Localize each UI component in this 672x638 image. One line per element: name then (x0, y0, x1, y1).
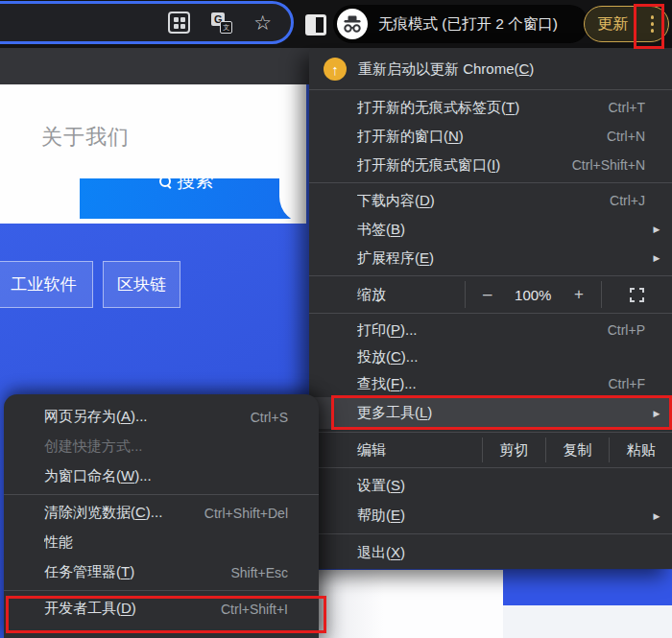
menu-item-shortcut: Ctrl+Shift+Del (204, 506, 288, 521)
submenu-arrow-icon: ▶ (651, 224, 662, 234)
menu-item-label: 创建快捷方式... (44, 437, 300, 456)
incognito-status-pill: 无痕模式 (已打开 2 个窗口) (333, 5, 588, 43)
sub-menu-separator (4, 494, 319, 495)
tag-industrial-software[interactable]: 工业软件 (0, 261, 93, 308)
menu-item-label: 下载内容(D) (357, 192, 610, 210)
annotation-box-developer-tools (6, 596, 326, 633)
main-menu-separator (309, 275, 672, 276)
sub-menu-separator (4, 590, 319, 591)
menu-item-label: 帮助(E) (357, 507, 651, 525)
menu-item-name-window[interactable]: 为窗口命名(W)... (4, 461, 319, 491)
menu-item-paste[interactable]: 粘贴 (610, 436, 672, 464)
menu-item-extensions[interactable]: 扩展程序(E)▶ (309, 244, 672, 272)
menu-item-label: 打开新的无痕式窗口(I) (357, 156, 572, 175)
zoom-controls: –100%+ (466, 279, 601, 310)
fullscreen-icon[interactable] (602, 279, 672, 310)
menu-item-new-window[interactable]: 打开新的窗口(N)Ctrl+N (309, 122, 672, 151)
tag-blockchain[interactable]: 区块链 (103, 261, 180, 308)
annotation-box-more-tools (331, 395, 672, 430)
menu-item-edit-row: 编辑剪切复制粘贴 (309, 436, 672, 464)
menu-item-new-incognito-window[interactable]: 打开新的无痕式窗口(I)Ctrl+Shift+N (309, 151, 672, 179)
main-menu-separator (309, 533, 672, 534)
zoom-label: 缩放 (309, 279, 465, 310)
menu-item-task-manager[interactable]: 任务管理器(T)Shift+Esc (4, 557, 319, 587)
menu-item-copy[interactable]: 复制 (546, 436, 609, 464)
extensions-grid-icon[interactable] (168, 12, 190, 34)
main-menu-separator (309, 89, 672, 90)
menu-item-label: 为窗口命名(W)... (44, 467, 300, 485)
update-button-label: 更新 (597, 14, 628, 35)
annotation-box-menu-button (634, 4, 664, 49)
submenu-arrow-icon: ▶ (651, 511, 662, 521)
page-title: 关于我们 (41, 123, 130, 152)
menu-item-zoom-row: 缩放–100%+ (309, 279, 672, 310)
zoom-out-button[interactable]: – (483, 285, 492, 304)
incognito-icon (337, 9, 368, 39)
page-bottom-gray-area (503, 605, 672, 638)
menu-item-shortcut: Ctrl+T (609, 100, 646, 115)
incognito-window-count-label: 无痕模式 (已打开 2 个窗口) (378, 14, 558, 35)
menu-item-performance[interactable]: 性能 (4, 528, 319, 557)
edit-label: 编辑 (309, 436, 482, 464)
menu-item-label: 扩展程序(E) (357, 249, 651, 268)
main-menu-separator (309, 313, 672, 314)
menu-item-restart-to-update-chrome[interactable]: ↑重新启动以更新 Chrome(C) (309, 52, 672, 86)
main-menu: ↑重新启动以更新 Chrome(C)打开新的无痕式标签页(T)Ctrl+T打开新… (309, 48, 672, 569)
main-menu-separator (309, 182, 672, 183)
menu-item-label: 性能 (44, 533, 300, 552)
menu-item-find[interactable]: 查找(F)...Ctrl+F (309, 370, 672, 397)
browser-toolbar: G文 ☆ 无痕模式 (已打开 2 个窗口) 更新 (0, 0, 672, 48)
menu-item-label: 投放(C)... (357, 348, 664, 366)
menu-item-label: 打印(P)... (357, 321, 608, 340)
menu-item-label: 查找(F)... (357, 375, 609, 393)
menu-item-shortcut: Ctrl+J (610, 193, 645, 208)
main-menu-separator (309, 432, 672, 433)
menu-item-exit[interactable]: 退出(X) (309, 537, 672, 569)
menu-item-label: 退出(X) (357, 544, 664, 562)
menu-item-label: 清除浏览数据(C)... (44, 504, 204, 522)
menu-item-shortcut: Ctrl+S (251, 410, 288, 425)
zoom-level-value: 100% (515, 287, 551, 303)
menu-item-label: 网页另存为(A)... (44, 408, 251, 426)
search-button-label: 搜索 (178, 178, 214, 194)
menu-item-downloads[interactable]: 下载内容(D)Ctrl+J (309, 186, 672, 215)
menu-item-cast[interactable]: 投放(C)... (309, 343, 672, 370)
menu-item-label: 打开新的窗口(N) (357, 128, 607, 146)
main-menu-separator (309, 467, 672, 468)
search-icon (159, 178, 172, 188)
menu-item-create-shortcut: 创建快捷方式... (4, 432, 319, 461)
menu-item-shortcut: Ctrl+Shift+N (572, 157, 645, 173)
page-bottom-blue-banner (503, 570, 672, 605)
menu-item-label: 书签(B) (357, 221, 651, 239)
bookmark-star-icon[interactable]: ☆ (253, 13, 272, 33)
menu-item-label: 重新启动以更新 Chrome(C) (358, 60, 534, 79)
search-button[interactable]: 搜索 (80, 178, 293, 219)
menu-item-shortcut: Shift+Esc (230, 565, 288, 580)
update-arrow-icon: ↑ (324, 58, 347, 81)
menu-item-label: 设置(S) (357, 477, 664, 495)
address-bar[interactable]: G文 ☆ (0, 1, 294, 44)
menu-item-cut[interactable]: 剪切 (483, 436, 545, 464)
menu-item-shortcut: Ctrl+N (607, 129, 645, 144)
menu-item-label: 打开新的无痕式标签页(T) (357, 99, 609, 117)
menu-item-help[interactable]: 帮助(E)▶ (309, 501, 672, 531)
menu-item-bookmarks[interactable]: 书签(B)▶ (309, 215, 672, 244)
zoom-in-button[interactable]: + (574, 285, 584, 304)
menu-item-shortcut: Ctrl+P (608, 322, 645, 338)
side-panel-icon[interactable] (305, 14, 326, 35)
menu-item-shortcut: Ctrl+F (609, 376, 646, 391)
menu-item-save-page-as[interactable]: 网页另存为(A)...Ctrl+S (4, 402, 319, 432)
menu-item-settings[interactable]: 设置(S) (309, 471, 672, 501)
menu-item-label: 任务管理器(T) (44, 563, 230, 581)
menu-item-print[interactable]: 打印(P)...Ctrl+P (309, 317, 672, 343)
page-bottom-white-area (319, 570, 503, 638)
translate-icon[interactable]: G文 (211, 12, 232, 34)
submenu-arrow-icon: ▶ (651, 253, 662, 263)
menu-item-new-incognito-tab[interactable]: 打开新的无痕式标签页(T)Ctrl+T (309, 93, 672, 122)
menu-item-clear-browsing-data[interactable]: 清除浏览数据(C)...Ctrl+Shift+Del (4, 498, 319, 528)
